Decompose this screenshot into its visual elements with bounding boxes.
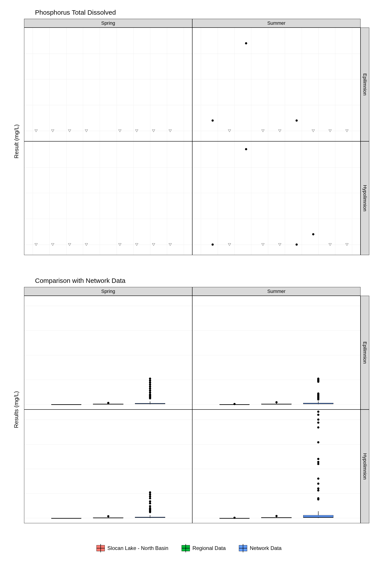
scatter-panel: 0.00200.00250.00300.00352016201720182019… — [24, 141, 192, 255]
outlier-point — [107, 402, 109, 404]
scatter-panel — [192, 27, 361, 141]
col-strip-summer: Summer — [192, 19, 361, 27]
outlier-point — [317, 487, 319, 490]
legend-item-slocan: Slocan Lake - North Basin — [96, 545, 168, 551]
chart-title-top: Phosphorus Total Dissolved — [35, 9, 369, 16]
below-detection-marker — [118, 130, 122, 132]
below-detection-marker — [169, 243, 172, 246]
boxplot-box — [51, 404, 81, 405]
outlier-point — [275, 401, 278, 403]
below-detection-marker — [85, 130, 88, 132]
outlier-point — [149, 491, 151, 494]
data-point — [296, 243, 298, 246]
legend-key-icon — [239, 545, 247, 551]
below-detection-marker — [228, 243, 231, 246]
data-point — [245, 148, 247, 150]
below-detection-marker — [35, 243, 38, 246]
below-detection-marker — [261, 130, 264, 132]
below-detection-marker — [278, 243, 281, 246]
outlier-point — [233, 517, 236, 519]
data-point — [312, 233, 314, 235]
outlier-point — [149, 391, 151, 394]
y-axis-label-bottom: Results (mg/L) — [9, 296, 24, 523]
data-point — [212, 120, 214, 122]
outlier-point — [149, 380, 151, 382]
outlier-point — [317, 414, 319, 416]
outlier-point — [317, 422, 319, 424]
outlier-point — [149, 500, 151, 502]
boxplot-box — [135, 517, 165, 518]
scatter-panel: 0.00200.00250.00300.0035 — [24, 27, 192, 141]
outlier-point — [149, 388, 151, 390]
row-strip-epilimnion: Epilimnion — [361, 27, 369, 141]
below-detection-marker — [118, 243, 122, 246]
row-strip-hypolimnion-b: Hypolimnion — [361, 410, 369, 523]
outlier-point — [149, 382, 151, 384]
boxplot-panel: 0.000.250.500.751.00Phosphorus Total Dis… — [24, 410, 192, 523]
outlier-point — [317, 482, 319, 485]
row-strip-epilimnion-b: Epilimnion — [361, 296, 369, 410]
outlier-point — [275, 515, 278, 517]
outlier-point — [149, 497, 151, 499]
below-detection-marker — [68, 243, 71, 246]
boxplot-box — [93, 518, 123, 518]
outlier-point — [149, 502, 151, 504]
below-detection-marker — [345, 130, 349, 132]
below-detection-marker — [261, 243, 264, 246]
data-point — [245, 42, 247, 44]
below-detection-marker — [329, 243, 332, 246]
below-detection-marker — [152, 130, 155, 132]
outlier-point — [149, 389, 151, 392]
legend-key-icon — [182, 545, 190, 551]
outlier-point — [317, 441, 319, 443]
below-detection-marker — [135, 243, 138, 246]
outlier-point — [317, 463, 319, 465]
facet-grid-bottom: Results (mg/L) Spring Summer Epilimnion … — [9, 287, 369, 532]
below-detection-marker — [169, 130, 172, 132]
data-point — [212, 243, 214, 246]
chart-title-bottom: Comparison with Network Data — [35, 277, 369, 284]
legend-label: Slocan Lake - North Basin — [108, 545, 168, 551]
y-axis-label-top: Result (mg/L) — [9, 27, 24, 255]
legend-item-regional: Regional Data — [182, 545, 226, 551]
below-detection-marker — [278, 130, 281, 132]
below-detection-marker — [152, 243, 155, 246]
outlier-point — [149, 386, 151, 388]
boxplot-box — [303, 515, 333, 518]
outlier-point — [149, 505, 151, 507]
below-detection-marker — [345, 243, 349, 246]
below-detection-marker — [51, 243, 54, 246]
legend-key-icon — [96, 545, 105, 551]
below-detection-marker — [329, 130, 332, 132]
legend-label: Regional Data — [192, 545, 226, 551]
boxplot-box — [51, 518, 81, 519]
outlier-point — [149, 378, 151, 380]
boxplot-box — [261, 404, 291, 404]
boxplot-panel: Phosphorus Total Dissolved — [192, 410, 361, 523]
boxplot-panel — [192, 296, 361, 410]
outlier-point — [317, 489, 319, 492]
outlier-point — [317, 461, 319, 463]
outlier-point — [317, 418, 319, 421]
boxplot-box — [303, 403, 333, 404]
legend-label: Network Data — [250, 545, 282, 551]
boxplot-facet-chart: Comparison with Network Data Results (mg… — [9, 277, 369, 532]
outlier-point — [317, 458, 319, 460]
below-detection-marker — [35, 130, 38, 132]
legend: Slocan Lake - North Basin Regional Data … — [9, 545, 369, 551]
outlier-point — [149, 495, 151, 497]
legend-item-network: Network Data — [239, 545, 282, 551]
scatter-panel: 2016201720182019202020212022202320242025 — [192, 141, 361, 255]
outlier-point — [317, 478, 319, 480]
below-detection-marker — [135, 130, 138, 132]
boxplot-panel: 0.000.250.500.751.00 — [24, 296, 192, 410]
below-detection-marker — [85, 243, 88, 246]
boxplot-box — [135, 403, 165, 404]
below-detection-marker — [312, 130, 315, 132]
outlier-point — [317, 411, 319, 413]
boxplot-box — [261, 517, 291, 518]
row-strip-hypolimnion: Hypolimnion — [361, 141, 369, 255]
scatter-facet-chart: Phosphorus Total Dissolved Result (mg/L)… — [9, 9, 369, 264]
below-detection-marker — [228, 130, 231, 132]
below-detection-marker — [51, 130, 54, 132]
